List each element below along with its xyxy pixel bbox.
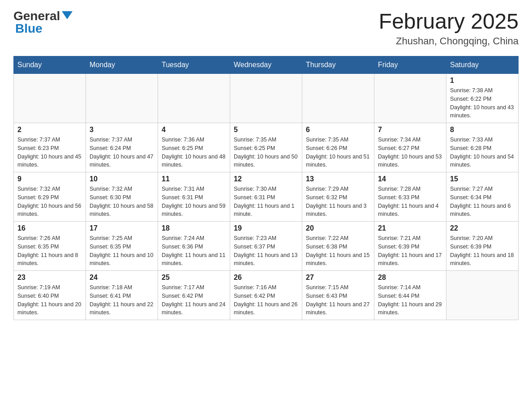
table-row: 2Sunrise: 7:37 AMSunset: 6:23 PMDaylight… <box>14 123 86 172</box>
table-row: 1Sunrise: 7:38 AMSunset: 6:22 PMDaylight… <box>446 74 519 123</box>
day-info: Sunrise: 7:37 AMSunset: 6:23 PMDaylight:… <box>17 136 82 169</box>
day-info: Sunrise: 7:23 AMSunset: 6:37 PMDaylight:… <box>234 234 298 268</box>
day-number: 19 <box>234 224 298 232</box>
table-row: 21Sunrise: 7:21 AMSunset: 6:39 PMDayligh… <box>374 222 446 271</box>
day-number: 14 <box>378 175 442 183</box>
day-number: 24 <box>90 274 154 282</box>
day-info: Sunrise: 7:32 AMSunset: 6:30 PMDaylight:… <box>90 185 154 218</box>
col-wednesday: Wednesday <box>230 56 302 74</box>
table-row: 3Sunrise: 7:37 AMSunset: 6:24 PMDaylight… <box>86 123 158 172</box>
day-number: 23 <box>17 274 82 282</box>
day-number: 1 <box>450 77 515 85</box>
day-number: 9 <box>17 175 82 183</box>
day-info: Sunrise: 7:35 AMSunset: 6:25 PMDaylight:… <box>234 136 298 169</box>
table-row: 19Sunrise: 7:23 AMSunset: 6:37 PMDayligh… <box>230 222 302 271</box>
calendar-week-row: 23Sunrise: 7:19 AMSunset: 6:40 PMDayligh… <box>14 271 519 320</box>
day-number: 16 <box>17 224 82 232</box>
title-block: February 2025 Zhushan, Chongqing, China <box>379 9 519 47</box>
table-row <box>86 74 158 123</box>
table-row: 14Sunrise: 7:28 AMSunset: 6:33 PMDayligh… <box>374 172 446 222</box>
day-info: Sunrise: 7:32 AMSunset: 6:29 PMDaylight:… <box>17 185 82 218</box>
day-info: Sunrise: 7:15 AMSunset: 6:43 PMDaylight:… <box>306 283 370 317</box>
day-number: 15 <box>450 175 515 183</box>
logo-blue-text: Blue <box>15 21 43 36</box>
table-row <box>374 74 446 123</box>
table-row: 20Sunrise: 7:22 AMSunset: 6:38 PMDayligh… <box>302 222 374 271</box>
col-monday: Monday <box>86 56 158 74</box>
table-row: 26Sunrise: 7:16 AMSunset: 6:42 PMDayligh… <box>230 271 302 320</box>
table-row <box>158 74 230 123</box>
col-tuesday: Tuesday <box>158 56 230 74</box>
day-info: Sunrise: 7:27 AMSunset: 6:34 PMDaylight:… <box>450 185 515 218</box>
table-row <box>302 74 374 123</box>
day-number: 20 <box>306 224 370 232</box>
table-row: 5Sunrise: 7:35 AMSunset: 6:25 PMDaylight… <box>230 123 302 172</box>
table-row <box>14 74 86 123</box>
table-row: 10Sunrise: 7:32 AMSunset: 6:30 PMDayligh… <box>86 172 158 222</box>
table-row: 12Sunrise: 7:30 AMSunset: 6:31 PMDayligh… <box>230 172 302 222</box>
day-info: Sunrise: 7:19 AMSunset: 6:40 PMDaylight:… <box>17 283 82 317</box>
day-number: 27 <box>306 274 370 282</box>
table-row: 18Sunrise: 7:24 AMSunset: 6:36 PMDayligh… <box>158 222 230 271</box>
day-info: Sunrise: 7:16 AMSunset: 6:42 PMDaylight:… <box>234 283 298 317</box>
day-info: Sunrise: 7:21 AMSunset: 6:39 PMDaylight:… <box>378 234 442 268</box>
day-number: 8 <box>450 126 515 134</box>
day-info: Sunrise: 7:17 AMSunset: 6:42 PMDaylight:… <box>162 283 226 317</box>
page-header: General Blue February 2025 Zhushan, Chon… <box>13 9 519 47</box>
col-saturday: Saturday <box>446 56 519 74</box>
day-number: 4 <box>162 126 226 134</box>
calendar-week-row: 2Sunrise: 7:37 AMSunset: 6:23 PMDaylight… <box>14 123 519 172</box>
calendar-table: Sunday Monday Tuesday Wednesday Thursday… <box>13 56 519 320</box>
day-number: 13 <box>306 175 370 183</box>
day-info: Sunrise: 7:34 AMSunset: 6:27 PMDaylight:… <box>378 136 442 169</box>
day-number: 22 <box>450 224 515 232</box>
day-info: Sunrise: 7:29 AMSunset: 6:32 PMDaylight:… <box>306 185 370 218</box>
table-row: 7Sunrise: 7:34 AMSunset: 6:27 PMDaylight… <box>374 123 446 172</box>
table-row: 6Sunrise: 7:35 AMSunset: 6:26 PMDaylight… <box>302 123 374 172</box>
table-row: 25Sunrise: 7:17 AMSunset: 6:42 PMDayligh… <box>158 271 230 320</box>
table-row: 24Sunrise: 7:18 AMSunset: 6:41 PMDayligh… <box>86 271 158 320</box>
col-friday: Friday <box>374 56 446 74</box>
calendar-header-row: Sunday Monday Tuesday Wednesday Thursday… <box>14 56 519 74</box>
month-title: February 2025 <box>379 9 519 34</box>
day-info: Sunrise: 7:24 AMSunset: 6:36 PMDaylight:… <box>162 234 226 268</box>
table-row <box>446 271 519 320</box>
day-number: 3 <box>90 126 154 134</box>
table-row: 22Sunrise: 7:20 AMSunset: 6:39 PMDayligh… <box>446 222 519 271</box>
calendar-week-row: 9Sunrise: 7:32 AMSunset: 6:29 PMDaylight… <box>14 172 519 222</box>
day-info: Sunrise: 7:36 AMSunset: 6:25 PMDaylight:… <box>162 136 226 169</box>
day-info: Sunrise: 7:30 AMSunset: 6:31 PMDaylight:… <box>234 185 298 218</box>
day-info: Sunrise: 7:22 AMSunset: 6:38 PMDaylight:… <box>306 234 370 268</box>
day-number: 12 <box>234 175 298 183</box>
day-info: Sunrise: 7:14 AMSunset: 6:44 PMDaylight:… <box>378 283 442 317</box>
day-info: Sunrise: 7:38 AMSunset: 6:22 PMDaylight:… <box>450 86 515 120</box>
table-row: 28Sunrise: 7:14 AMSunset: 6:44 PMDayligh… <box>374 271 446 320</box>
day-info: Sunrise: 7:18 AMSunset: 6:41 PMDaylight:… <box>90 283 154 317</box>
table-row: 8Sunrise: 7:33 AMSunset: 6:28 PMDaylight… <box>446 123 519 172</box>
table-row: 4Sunrise: 7:36 AMSunset: 6:25 PMDaylight… <box>158 123 230 172</box>
day-number: 11 <box>162 175 226 183</box>
day-number: 17 <box>90 224 154 232</box>
location-title: Zhushan, Chongqing, China <box>379 35 519 47</box>
day-info: Sunrise: 7:35 AMSunset: 6:26 PMDaylight:… <box>306 136 370 169</box>
day-number: 5 <box>234 126 298 134</box>
calendar-week-row: 16Sunrise: 7:26 AMSunset: 6:35 PMDayligh… <box>14 222 519 271</box>
table-row: 11Sunrise: 7:31 AMSunset: 6:31 PMDayligh… <box>158 172 230 222</box>
table-row <box>230 74 302 123</box>
logo: General Blue <box>13 9 74 36</box>
day-info: Sunrise: 7:31 AMSunset: 6:31 PMDaylight:… <box>162 185 226 218</box>
day-number: 21 <box>378 224 442 232</box>
day-info: Sunrise: 7:20 AMSunset: 6:39 PMDaylight:… <box>450 234 515 268</box>
day-info: Sunrise: 7:33 AMSunset: 6:28 PMDaylight:… <box>450 136 515 169</box>
table-row: 16Sunrise: 7:26 AMSunset: 6:35 PMDayligh… <box>14 222 86 271</box>
table-row: 15Sunrise: 7:27 AMSunset: 6:34 PMDayligh… <box>446 172 519 222</box>
day-info: Sunrise: 7:25 AMSunset: 6:35 PMDaylight:… <box>90 234 154 268</box>
col-thursday: Thursday <box>302 56 374 74</box>
day-info: Sunrise: 7:28 AMSunset: 6:33 PMDaylight:… <box>378 185 442 218</box>
col-sunday: Sunday <box>14 56 86 74</box>
day-number: 7 <box>378 126 442 134</box>
table-row: 9Sunrise: 7:32 AMSunset: 6:29 PMDaylight… <box>14 172 86 222</box>
day-number: 18 <box>162 224 226 232</box>
table-row: 23Sunrise: 7:19 AMSunset: 6:40 PMDayligh… <box>14 271 86 320</box>
table-row: 27Sunrise: 7:15 AMSunset: 6:43 PMDayligh… <box>302 271 374 320</box>
